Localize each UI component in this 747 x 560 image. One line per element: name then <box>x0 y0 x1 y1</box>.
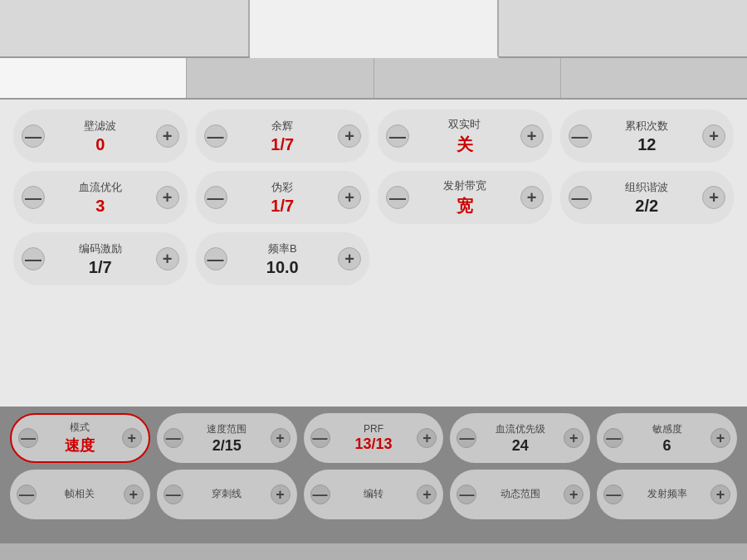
ctrl-value-5: 1/7 <box>271 197 294 216</box>
bottom-ctrl-value-4: 6 <box>663 437 671 455</box>
plus-btn-7[interactable]: + <box>702 186 725 209</box>
bottom-bar: —模式速度+—速度范围2/15+—PRF13/13+—血流优先级24+—敏感度6… <box>0 407 747 543</box>
bottom-plus-btn-1[interactable]: + <box>271 428 290 448</box>
bottom-minus-r2-0[interactable]: — <box>17 485 37 504</box>
ctrl-label-6: 发射带宽 <box>443 178 486 193</box>
plus-btn-3[interactable]: + <box>702 124 725 148</box>
control-item-8: —编码激励1/7+ <box>13 232 188 285</box>
controls-grid: —壁滤波0+—余辉1/7+—双实时关+—累积次数12+—血流优化3+—伪彩1/7… <box>13 110 734 285</box>
bottom-minus-r2-2[interactable]: — <box>310 485 330 504</box>
bottom-ctrl-2: —PRF13/13+ <box>304 413 444 463</box>
ctrl-value-1: 1/7 <box>271 135 294 154</box>
minus-btn-6[interactable]: — <box>386 186 409 209</box>
plus-btn-2[interactable]: + <box>520 124 544 148</box>
bottom-minus-r2-3[interactable]: — <box>456 485 476 504</box>
plus-btn-5[interactable]: + <box>338 186 361 209</box>
ctrl-label-8: 编码激励 <box>79 241 122 256</box>
minus-btn-3[interactable]: — <box>569 124 592 148</box>
bottom-ctrl-r2-label-2: 编转 <box>364 487 383 501</box>
ctrl-value-7: 2/2 <box>635 197 658 216</box>
subtab-mode-menu[interactable] <box>0 58 187 98</box>
minus-btn-5[interactable]: — <box>204 186 227 209</box>
bottom-plus-r2-1[interactable]: + <box>271 485 290 504</box>
bottom-ctrl-label-4: 敏感度 <box>652 422 682 436</box>
bottom-ctrl-3: —血流优先级24+ <box>450 413 590 463</box>
bottom-plus-btn-3[interactable]: + <box>564 428 583 448</box>
tab-cine[interactable] <box>250 0 500 58</box>
bottom-ctrl-r2-1: —穿刺线+ <box>157 470 297 519</box>
control-item-2: —双实时关+ <box>378 110 552 163</box>
bottom-plus-btn-2[interactable]: + <box>417 428 437 448</box>
control-item-7: —组织谐波2/2+ <box>560 171 735 224</box>
ctrl-label-5: 伪彩 <box>271 180 293 195</box>
plus-btn-8[interactable]: + <box>156 247 179 270</box>
bottom-ctrl-r2-3: —动态范围+ <box>450 470 590 519</box>
plus-btn-1[interactable]: + <box>338 124 361 148</box>
control-item-1: —余辉1/7+ <box>196 110 370 163</box>
subtab-measure-pkg[interactable] <box>374 58 561 98</box>
bottom-row-2: —帧相关+—穿刺线+—编转+—动态范围+—发射频率+ <box>10 470 737 519</box>
bottom-minus-btn-2[interactable]: — <box>310 428 330 448</box>
tab-keyboard[interactable] <box>499 0 747 56</box>
bottom-minus-btn-3[interactable]: — <box>456 428 476 448</box>
ctrl-label-3: 累积次数 <box>625 119 668 134</box>
bottom-plus-r2-0[interactable]: + <box>124 485 144 504</box>
bottom-plus-r2-3[interactable]: + <box>564 485 583 504</box>
plus-btn-9[interactable]: + <box>338 247 361 270</box>
plus-btn-6[interactable]: + <box>520 186 544 209</box>
minus-btn-0[interactable]: — <box>22 124 45 148</box>
subtab-system[interactable] <box>561 58 747 98</box>
plus-btn-0[interactable]: + <box>156 124 179 148</box>
bottom-ctrl-r2-0: —帧相关+ <box>10 470 150 519</box>
bottom-ctrl-r2-2: —编转+ <box>304 470 444 519</box>
bottom-ctrl-label-0: 模式 <box>70 421 90 435</box>
ctrl-label-2: 双实时 <box>448 117 481 132</box>
bottom-plus-r2-2[interactable]: + <box>417 485 437 504</box>
bottom-plus-btn-0[interactable]: + <box>122 428 142 448</box>
bottom-ctrl-label-1: 速度范围 <box>207 422 247 436</box>
minus-btn-4[interactable]: — <box>22 186 45 209</box>
bottom-minus-r2-4[interactable]: — <box>603 485 623 504</box>
ctrl-label-9: 频率B <box>268 241 297 256</box>
minus-btn-8[interactable]: — <box>22 247 45 270</box>
minus-btn-9[interactable]: — <box>204 247 227 270</box>
control-item-9: —频率B10.0+ <box>196 232 370 285</box>
bottom-plus-btn-4[interactable]: + <box>710 428 730 448</box>
ctrl-value-8: 1/7 <box>89 258 112 277</box>
ctrl-value-4: 3 <box>95 197 105 216</box>
bottom-ctrl-label-3: 血流优先级 <box>496 422 545 436</box>
control-item-0: —壁滤波0+ <box>13 110 188 163</box>
minus-btn-2[interactable]: — <box>386 124 409 148</box>
main-content: —壁滤波0+—余辉1/7+—双实时关+—累积次数12+—血流优化3+—伪彩1/7… <box>0 100 747 407</box>
bottom-ctrl-label-2: PRF <box>364 423 383 435</box>
ctrl-label-4: 血流优化 <box>79 180 122 195</box>
control-item-4: —血流优化3+ <box>13 171 188 224</box>
plus-btn-4[interactable]: + <box>156 186 179 209</box>
minus-btn-1[interactable]: — <box>204 124 227 148</box>
bottom-ctrl-value-2: 13/13 <box>354 436 392 453</box>
bottom-minus-btn-1[interactable]: — <box>164 428 183 448</box>
bottom-plus-r2-4[interactable]: + <box>710 485 730 504</box>
bottom-ctrl-value-3: 24 <box>512 437 529 455</box>
bottom-ctrl-value-1: 2/15 <box>212 437 242 455</box>
bottom-ctrl-r2-label-0: 帧相关 <box>65 487 95 501</box>
tab-probe[interactable] <box>0 0 250 56</box>
ctrl-label-7: 组织谐波 <box>625 180 668 195</box>
bottom-ctrl-value-0: 速度 <box>65 436 95 455</box>
bottom-ctrl-4: —敏感度6+ <box>597 413 737 463</box>
bottom-ctrl-0: —模式速度+ <box>10 413 150 463</box>
ctrl-value-9: 10.0 <box>266 258 299 277</box>
control-item-5: —伪彩1/7+ <box>196 171 370 224</box>
control-item-6: —发射带宽宽+ <box>378 171 552 224</box>
ctrl-value-0: 0 <box>95 135 105 154</box>
bottom-ctrl-1: —速度范围2/15+ <box>157 413 297 463</box>
bottom-minus-btn-4[interactable]: — <box>603 428 623 448</box>
bottom-minus-r2-1[interactable]: — <box>164 485 183 504</box>
minus-btn-7[interactable]: — <box>569 186 592 209</box>
bottom-ctrl-r2-label-1: 穿刺线 <box>212 487 242 501</box>
bottom-ctrl-r2-label-4: 发射频率 <box>647 487 687 501</box>
subtab-measure[interactable] <box>187 58 374 98</box>
bottom-minus-btn-0[interactable]: — <box>18 428 38 448</box>
ctrl-value-2: 关 <box>456 134 473 156</box>
ctrl-value-3: 12 <box>637 135 656 154</box>
